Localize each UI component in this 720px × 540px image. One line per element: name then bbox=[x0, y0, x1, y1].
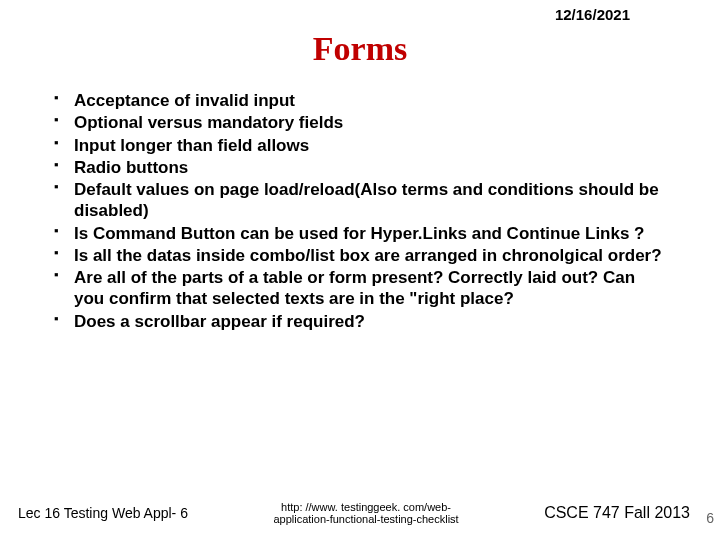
footer: Lec 16 Testing Web Appl- 6 http: //www. … bbox=[0, 501, 720, 526]
date-label: 12/16/2021 bbox=[555, 6, 630, 23]
list-item: Does a scrollbar appear if required? bbox=[50, 311, 670, 332]
content-area: Acceptance of invalid input Optional ver… bbox=[50, 90, 670, 332]
list-item: Is all the datas inside combo/list box a… bbox=[50, 245, 670, 266]
footer-url-line1: http: //www. testinggeek. com/web- bbox=[281, 501, 451, 513]
list-item: Input longer than field allows bbox=[50, 135, 670, 156]
list-item: Is Command Button can be used for Hyper.… bbox=[50, 223, 670, 244]
footer-center-label: http: //www. testinggeek. com/web- appli… bbox=[188, 501, 544, 526]
bullet-list: Acceptance of invalid input Optional ver… bbox=[50, 90, 670, 332]
list-item: Default values on page load/reload(Also … bbox=[50, 179, 670, 222]
footer-left-label: Lec 16 Testing Web Appl- 6 bbox=[0, 505, 188, 521]
footer-right-label: CSCE 747 Fall 2013 bbox=[544, 504, 720, 522]
list-item: Optional versus mandatory fields bbox=[50, 112, 670, 133]
list-item: Are all of the parts of a table or form … bbox=[50, 267, 670, 310]
slide-title: Forms bbox=[0, 30, 720, 68]
footer-url-line2: application-functional-testing-checklist bbox=[273, 513, 458, 525]
list-item: Radio buttons bbox=[50, 157, 670, 178]
page-number: 6 bbox=[706, 510, 714, 526]
list-item: Acceptance of invalid input bbox=[50, 90, 670, 111]
